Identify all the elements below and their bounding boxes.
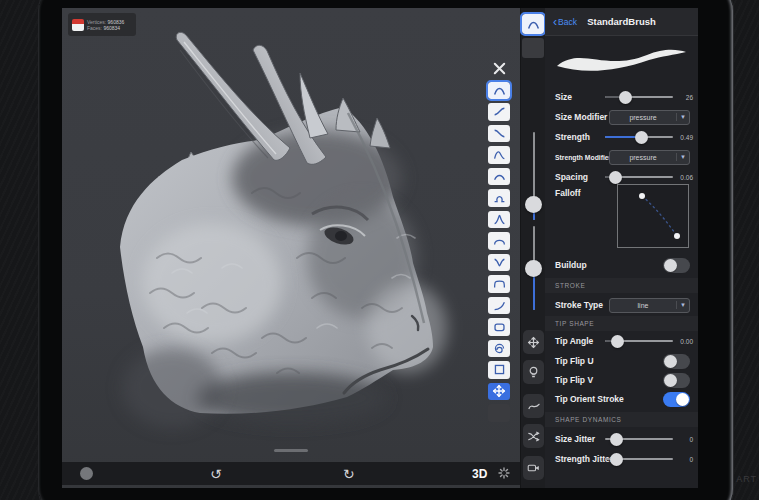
falloff-decay-icon[interactable] [488, 125, 510, 143]
view-mode-3d-button[interactable]: 3D [472, 467, 487, 481]
strength-label: Strength [555, 132, 590, 142]
canvas-scale-indicator [274, 449, 308, 452]
buildup-toggle[interactable] [663, 258, 690, 273]
falloff-peak-icon[interactable] [488, 211, 510, 229]
bottom-toolbar: ↺ ↻ 3D [62, 462, 520, 485]
size-jitter-label: Size Jitter [555, 434, 595, 444]
random-button[interactable] [523, 424, 544, 448]
falloff-spiral-icon[interactable] [488, 340, 510, 358]
strength-modifier-select[interactable]: pressure ▾ [609, 150, 690, 165]
dragon-head-model [62, 8, 520, 488]
app-screen: Vertices: 960836 Faces: 960834 ↺ ↻ 3D [62, 8, 698, 488]
app-logo-icon [72, 19, 84, 31]
camera-button[interactable] [523, 456, 544, 480]
stroke-preview [545, 37, 698, 79]
falloff-label: Falloff [555, 188, 581, 198]
brush-strength-vertical-slider[interactable] [521, 226, 546, 310]
move-tool-icon[interactable] [488, 383, 510, 401]
mesh-stats-badge: Vertices: 960836 Faces: 960834 [68, 13, 136, 36]
size-modifier-select[interactable]: pressure ▾ [609, 110, 690, 125]
tip-flip-v-toggle[interactable] [663, 373, 690, 388]
sculpt-viewport[interactable]: Vertices: 960836 Faces: 960834 ↺ ↻ 3D [62, 8, 520, 488]
gizmo-move-button[interactable] [523, 330, 544, 354]
size-jitter-slider[interactable] [605, 430, 673, 448]
panel-header: StandardBrush ‹ Back [545, 8, 698, 36]
stroke-section-header: STROKE [545, 278, 698, 293]
falloff-omega-icon[interactable] [488, 189, 510, 207]
strength-value: 0.49 [671, 134, 693, 141]
tip-orient-stroke-toggle[interactable] [663, 392, 690, 407]
falloff-dome-icon[interactable] [488, 232, 510, 250]
falloff-skew-bell-icon[interactable] [488, 146, 510, 164]
size-slider[interactable] [605, 88, 673, 106]
size-jitter-value: 0 [671, 436, 693, 443]
tip-flip-u-toggle[interactable] [663, 354, 690, 369]
current-falloff-icon[interactable] [522, 14, 544, 34]
size-value: 26 [671, 94, 693, 101]
panel-title: StandardBrush [545, 16, 698, 27]
strength-slider[interactable] [605, 128, 673, 146]
redo-icon[interactable]: ↻ [343, 466, 355, 482]
falloff-square-top-icon[interactable] [488, 275, 510, 293]
tip-flip-v-label: Tip Flip V [555, 375, 593, 385]
falloff-notch-icon[interactable] [488, 254, 510, 272]
spacing-label: Spacing [555, 172, 588, 182]
falloff-preset-column [486, 60, 512, 426]
stroke-type-label: Stroke Type [555, 300, 603, 310]
strength-jitter-value: 0 [671, 456, 693, 463]
stroke-type-select[interactable]: line ▾ [609, 298, 690, 313]
falloff-square-icon[interactable] [488, 361, 510, 379]
falloff-rounded-rect-icon[interactable] [488, 318, 510, 336]
tip-angle-slider[interactable] [605, 332, 673, 350]
spacing-value: 0.06 [671, 174, 693, 181]
brush-size-vertical-slider[interactable] [521, 132, 546, 220]
buildup-label: Buildup [555, 260, 587, 270]
strip-empty-slot[interactable] [522, 38, 544, 58]
falloff-curve-editor[interactable] [617, 184, 689, 248]
tip-flip-u-label: Tip Flip U [555, 356, 594, 366]
tip-angle-value: 0.00 [671, 338, 693, 345]
undo-icon[interactable]: ↺ [210, 466, 222, 482]
falloff-arch-icon[interactable] [488, 168, 510, 186]
watermark-text: ART [736, 474, 757, 484]
falloff-clear-x-icon[interactable] [488, 60, 510, 78]
strength-jitter-slider[interactable] [605, 450, 673, 468]
side-strip [520, 8, 545, 488]
chevron-down-icon: ▾ [676, 113, 689, 121]
falloff-s-curve-icon[interactable] [488, 103, 510, 121]
stroke-wave-button[interactable] [523, 394, 544, 418]
chevron-down-icon: ▾ [676, 301, 689, 309]
shape-dynamics-section-header: SHAPE DYNAMICS [545, 412, 698, 427]
chevron-down-icon: ▾ [676, 153, 689, 161]
empty-preset-slot[interactable] [488, 404, 510, 422]
strength-modifier-label: Strength Modifier [555, 154, 611, 161]
brush-settings-panel: StandardBrush ‹ Back Size 26 Size Modifi… [545, 8, 698, 488]
size-modifier-label: Size Modifier [555, 112, 607, 122]
tip-shape-section-header: TIP SHAPE [545, 316, 698, 331]
size-label: Size [555, 92, 572, 102]
falloff-bell-icon[interactable] [488, 82, 510, 100]
tip-angle-label: Tip Angle [555, 336, 593, 346]
tip-orient-stroke-label: Tip Orient Stroke [555, 394, 624, 404]
nav-ball-button[interactable] [80, 467, 93, 480]
lighting-button[interactable] [523, 360, 544, 384]
snap-cube-icon[interactable] [498, 467, 510, 479]
falloff-slant-icon[interactable] [488, 297, 510, 315]
